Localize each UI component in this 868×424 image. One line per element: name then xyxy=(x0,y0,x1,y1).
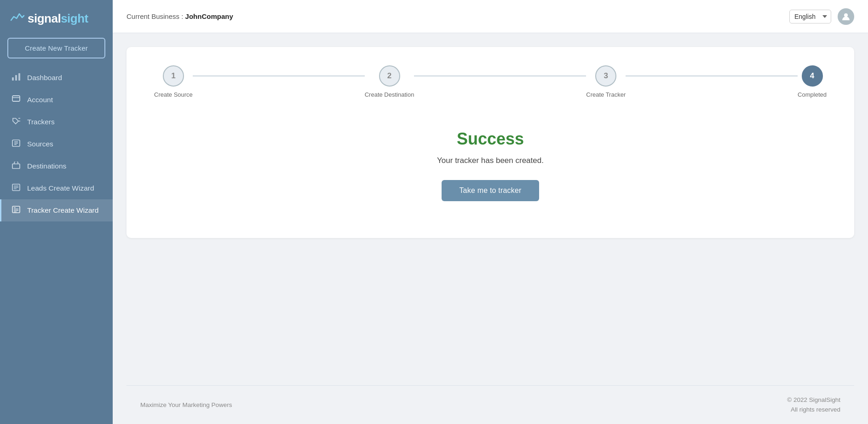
svg-rect-11 xyxy=(12,164,20,168)
sidebar-trackers-label: Trackers xyxy=(27,118,55,126)
business-prefix: Current Business : xyxy=(126,12,185,20)
step-connector-1 xyxy=(193,76,365,76)
footer-copyright: © 2022 SignalSight All rights reserved xyxy=(787,395,840,415)
sidebar-item-leads-wizard[interactable]: Leads Create Wizard xyxy=(0,177,113,199)
step-connector-2 xyxy=(414,76,586,76)
steps-row: 1 Create Source 2 Create Destination xyxy=(154,65,827,98)
sidebar-sources-label: Sources xyxy=(27,140,53,148)
sidebar-leads-wizard-label: Leads Create Wizard xyxy=(27,184,94,192)
page-body: 1 Create Source 2 Create Destination xyxy=(113,33,868,424)
take-me-to-tracker-button[interactable]: Take me to tracker xyxy=(442,180,539,201)
step-3: 3 Create Tracker xyxy=(586,65,626,98)
step-1: 1 Create Source xyxy=(154,65,193,98)
tracker-wizard-icon xyxy=(11,206,21,215)
svg-rect-1 xyxy=(15,75,17,81)
step-2-circle: 2 xyxy=(379,65,400,87)
sidebar-destinations-label: Destinations xyxy=(27,162,66,170)
svg-rect-0 xyxy=(12,77,14,81)
logo-text: signalsight xyxy=(28,12,88,26)
wizard-card: 1 Create Source 2 Create Destination xyxy=(126,47,854,238)
step-2-label: Create Destination xyxy=(365,91,414,98)
dashboard-icon xyxy=(11,73,21,82)
step-4-label: Completed xyxy=(798,91,827,98)
footer-tagline: Maximize Your Marketing Powers xyxy=(140,401,232,408)
header-right: English French Spanish xyxy=(789,8,854,25)
sidebar-dashboard-label: Dashboard xyxy=(27,74,62,82)
top-header: Current Business : JohnCompany English F… xyxy=(113,0,868,33)
svg-rect-3 xyxy=(12,96,20,101)
sidebar-item-tracker-wizard[interactable]: Tracker Create Wizard xyxy=(0,199,113,221)
step-4-circle: 4 xyxy=(802,65,823,87)
step-1-circle: 1 xyxy=(163,65,184,87)
sidebar-item-sources[interactable]: Sources xyxy=(0,133,113,155)
logo-icon xyxy=(9,10,26,27)
destinations-icon xyxy=(11,162,21,171)
sidebar-item-trackers[interactable]: Trackers xyxy=(0,111,113,133)
svg-point-21 xyxy=(844,13,848,17)
step-4: 4 Completed xyxy=(798,65,827,98)
copyright-line1: © 2022 SignalSight xyxy=(787,395,840,405)
sidebar-item-dashboard[interactable]: Dashboard xyxy=(0,67,113,89)
main-content: Current Business : JohnCompany English F… xyxy=(113,0,868,424)
logo-area: signalsight xyxy=(0,0,113,35)
header-business: Current Business : JohnCompany xyxy=(126,12,233,20)
sidebar-item-account[interactable]: Account xyxy=(0,89,113,111)
step-connector-3 xyxy=(626,76,798,76)
sidebar-item-destinations[interactable]: Destinations xyxy=(0,155,113,177)
create-new-tracker-button[interactable]: Create New Tracker xyxy=(7,38,105,58)
step-1-label: Create Source xyxy=(154,91,193,98)
step-3-circle: 3 xyxy=(595,65,616,87)
leads-wizard-icon xyxy=(11,184,21,193)
sidebar-tracker-wizard-label: Tracker Create Wizard xyxy=(27,206,98,215)
user-avatar[interactable] xyxy=(838,8,854,25)
sources-icon xyxy=(11,139,21,149)
page-footer: Maximize Your Marketing Powers © 2022 Si… xyxy=(126,385,854,424)
copyright-line2: All rights reserved xyxy=(787,405,840,415)
svg-rect-2 xyxy=(18,73,20,81)
step-3-label: Create Tracker xyxy=(586,91,626,98)
body-spacer xyxy=(126,238,854,385)
sidebar-nav: Dashboard Account Trackers Sources xyxy=(0,67,113,221)
success-title: Success xyxy=(154,129,827,149)
success-message: Your tracker has been created. xyxy=(154,156,827,165)
sidebar: signalsight Create New Tracker Dashboard… xyxy=(0,0,113,424)
account-icon xyxy=(11,95,21,105)
business-name: JohnCompany xyxy=(185,12,233,20)
success-section: Success Your tracker has been created. T… xyxy=(154,120,827,215)
sidebar-account-label: Account xyxy=(27,96,53,104)
step-2: 2 Create Destination xyxy=(365,65,414,98)
trackers-icon xyxy=(11,117,21,127)
language-select[interactable]: English French Spanish xyxy=(789,10,831,23)
